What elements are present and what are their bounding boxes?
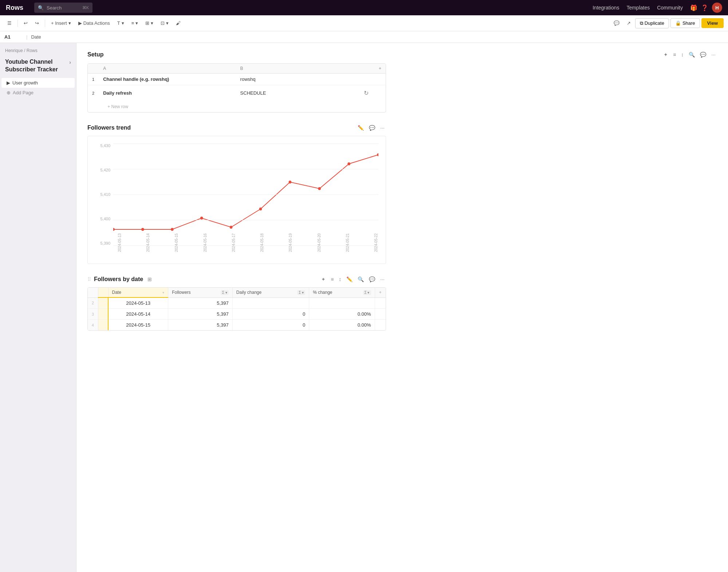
nav-integrations[interactable]: Integrations	[593, 5, 619, 11]
followers-table-icon[interactable]: ⊞	[146, 275, 153, 284]
chart-button[interactable]: ↗	[624, 19, 634, 27]
app-logo[interactable]: Rows	[6, 4, 23, 12]
followers-daily-2[interactable]: 0	[232, 309, 309, 320]
followers-pct-3[interactable]: 0.00%	[309, 320, 375, 331]
followers-col-d-header[interactable]: % change Σ ▾	[309, 288, 375, 297]
setup-more-icon[interactable]: ···	[710, 50, 717, 59]
breadcrumb-henrique[interactable]: Henrique	[5, 48, 23, 53]
user-avatar[interactable]: H	[712, 3, 722, 13]
comment-button[interactable]: 💬	[611, 19, 622, 27]
align-button[interactable]: ≡ ▾	[129, 19, 141, 27]
followers-row-num-1: 2	[88, 297, 98, 309]
search-icon: 🔍	[38, 5, 44, 11]
play-icon: ▶	[78, 20, 82, 26]
x-label-9: 2024-05-22	[374, 245, 386, 252]
followers-count-3[interactable]: 5,397	[168, 320, 233, 331]
data-point-8	[318, 187, 321, 190]
followers-pct-1[interactable]	[309, 297, 375, 309]
followers-sigma-icon[interactable]: Σ ▾	[221, 290, 229, 295]
sidebar-toggle-icon: ☰	[7, 20, 12, 26]
followers-count-1[interactable]: 5,397	[168, 297, 233, 309]
followers-date-1[interactable]: 2024-05-13	[108, 297, 168, 309]
duplicate-icon: ⧉	[640, 20, 643, 26]
setup-row2-col-a[interactable]: Daily refresh	[99, 85, 236, 101]
drag-handle-icon[interactable]: ⠿	[87, 276, 91, 282]
chart-header: Followers trend ✏️ 💬 ···	[87, 123, 386, 132]
top-nav: Rows 🔍 Search ⌘K Integrations Templates …	[0, 0, 728, 15]
followers-pct-2[interactable]: 0.00%	[309, 309, 375, 320]
nav-templates[interactable]: Templates	[626, 5, 650, 11]
undo-button[interactable]: ↩	[21, 19, 31, 27]
y-label-5410: 5,410	[100, 192, 110, 197]
followers-daily-1[interactable]	[232, 297, 309, 309]
grid-button[interactable]: ⊡ ▾	[158, 19, 172, 27]
title-chevron-icon[interactable]: ›	[69, 59, 71, 66]
followers-daily-3[interactable]: 0	[232, 320, 309, 331]
data-point-2	[141, 228, 144, 231]
insert-button[interactable]: + Insert ▾	[48, 19, 74, 27]
format-button[interactable]: ⊞ ▾	[142, 19, 156, 27]
redo-button[interactable]: ↪	[32, 19, 42, 27]
chart-area: 5,430 5,420 5,410 5,400 5,390	[95, 143, 378, 260]
data-actions-button[interactable]: ▶ Data Actions	[75, 19, 113, 27]
setup-filter-icon[interactable]: ✦	[662, 50, 669, 59]
followers-col-b-header[interactable]: Followers Σ ▾	[168, 288, 233, 297]
chart-icon: ↗	[627, 20, 631, 26]
gift-icon[interactable]: 🎁	[690, 4, 697, 11]
daily-sigma-icon[interactable]: Σ ▾	[297, 290, 305, 295]
table-row: 3 2024-05-14 5,397 0 0.00%	[88, 309, 386, 320]
sidebar-item-user-growth[interactable]: ▶ User growth	[1, 78, 75, 88]
followers-sort-icon[interactable]: ≡	[329, 275, 335, 284]
expand-icon: ▶	[7, 80, 10, 86]
data-point-1	[113, 228, 115, 231]
followers-count-2[interactable]: 5,397	[168, 309, 233, 320]
text-format-button[interactable]: T ▾	[114, 19, 127, 27]
share-button[interactable]: 🔒 Share	[670, 18, 700, 28]
setup-reorder-icon[interactable]: ↕	[680, 50, 685, 59]
setup-search-icon[interactable]: 🔍	[687, 50, 696, 59]
gridline-1	[113, 143, 378, 144]
duplicate-button[interactable]: ⧉ Duplicate	[635, 18, 669, 28]
document-title: Youtube Channel Subscriber Tracker ›	[0, 56, 76, 78]
chart-edit-icon[interactable]: ✏️	[356, 123, 365, 132]
followers-row-num-2: 3	[88, 309, 98, 320]
setup-row1-col-a[interactable]: Channel handle (e.g. rowshq)	[99, 74, 236, 85]
paint-button[interactable]: 🖌	[173, 19, 184, 27]
chart-more-icon[interactable]: ···	[379, 123, 386, 132]
followers-more-icon[interactable]: ···	[379, 275, 386, 284]
followers-search-icon[interactable]: 🔍	[356, 275, 365, 284]
followers-col-add-header[interactable]: +	[375, 288, 386, 297]
setup-comment-icon[interactable]: 💬	[699, 50, 708, 59]
search-shortcut: ⌘K	[82, 5, 89, 10]
followers-date-2[interactable]: 2024-05-14	[108, 309, 168, 320]
refresh-icon[interactable]: ↻	[362, 88, 370, 98]
followers-col-c-header[interactable]: Daily change Σ ▾	[232, 288, 309, 297]
setup-sort-icon[interactable]: ≡	[672, 50, 677, 59]
setup-row1-col-b[interactable]: rowshq	[236, 74, 374, 85]
paint-icon: 🖌	[176, 20, 181, 26]
setup-row2-col-b[interactable]: SCHEDULE ↻	[236, 85, 374, 101]
data-point-6	[259, 208, 262, 210]
followers-date-3[interactable]: 2024-05-15	[108, 320, 168, 331]
chart-title: Followers trend	[87, 125, 131, 131]
followers-row-num-3: 4	[88, 320, 98, 331]
sidebar-toggle-button[interactable]: ☰	[4, 19, 15, 27]
followers-reorder-icon[interactable]: ↕	[337, 275, 343, 284]
pct-sigma-icon[interactable]: Σ ▾	[363, 290, 371, 295]
search-bar[interactable]: 🔍 Search ⌘K	[34, 3, 93, 13]
date-sort-icon[interactable]: ▾	[162, 291, 164, 295]
add-page-button[interactable]: ⊕ Add Page	[1, 88, 75, 98]
chart-comment-icon[interactable]: 💬	[367, 123, 377, 132]
breadcrumb-rows[interactable]: Rows	[27, 48, 38, 53]
toolbar-divider-1	[17, 20, 18, 27]
followers-edit-icon[interactable]: ✏️	[345, 275, 354, 284]
new-row-button[interactable]: + New row	[103, 102, 133, 111]
followers-col-a-header[interactable]: Date ▾	[108, 288, 168, 297]
view-button[interactable]: View	[701, 18, 724, 28]
followers-filter-icon[interactable]: ✦	[320, 275, 327, 284]
setup-col-add-header[interactable]: +	[374, 64, 386, 74]
nav-community[interactable]: Community	[657, 5, 683, 11]
followers-comment-icon[interactable]: 💬	[367, 275, 377, 284]
x-label-0: 2024-05-13	[118, 245, 129, 252]
help-icon[interactable]: ❓	[701, 4, 708, 11]
